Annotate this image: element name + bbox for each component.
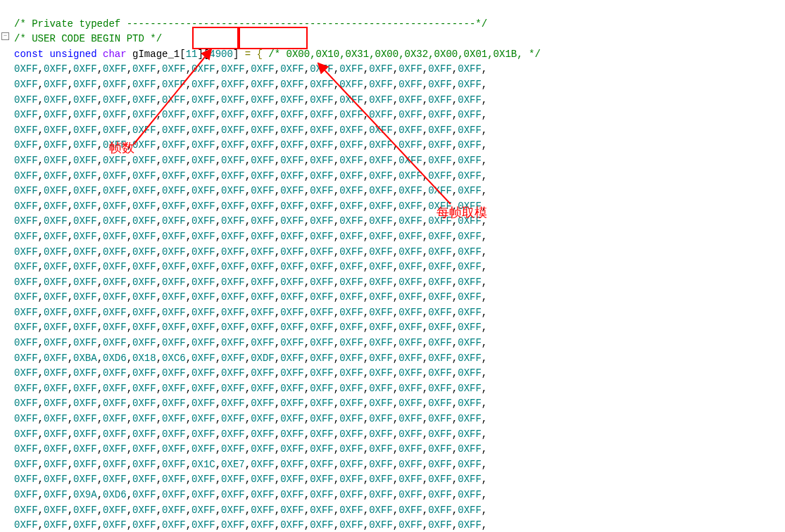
data-row: 0XFF,0XFF,0XFF,0XFF,0XFF,0XFF,0XFF,0XFF,…: [14, 109, 487, 120]
data-row: 0XFF,0XFF,0XFF,0XFF,0XFF,0XFF,0XFF,0XFF,…: [14, 505, 487, 516]
data-row: 0XFF,0XFF,0X9A,0XD6,0XFF,0XFF,0XFF,0XFF,…: [14, 489, 487, 500]
comment-line: /* Private typedef ---------------------…: [14, 18, 487, 30]
data-row: 0XFF,0XFF,0XFF,0XFF,0XFF,0XFF,0XFF,0XFF,…: [14, 63, 487, 75]
data-row: 0XFF,0XFF,0XFF,0XFF,0XFF,0XFF,0XFF,0XFF,…: [14, 367, 487, 379]
data-row: 0XFF,0XFF,0XFF,0XFF,0XFF,0XFF,0XFF,0XFF,…: [14, 307, 487, 318]
data-row: 0XFF,0XFF,0XFF,0XFF,0XFF,0XFF,0XFF,0XFF,…: [14, 201, 487, 212]
data-row: 0XFF,0XFF,0XFF,0XFF,0XFF,0XFF,0XFF,0XFF,…: [14, 246, 487, 258]
comment-line: /* USER CODE BEGIN PTD */: [14, 33, 162, 44]
data-row: 0XFF,0XFF,0XFF,0XFF,0XFF,0XFF,0XFF,0XFF,…: [14, 291, 487, 303]
data-row: 0XFF,0XFF,0XFF,0XFF,0XFF,0XFF,0XFF,0XFF,…: [14, 139, 487, 151]
data-row: 0XFF,0XFF,0XBA,0XD6,0X18,0XC6,0XFF,0XFF,…: [14, 353, 487, 364]
data-row: 0XFF,0XFF,0XFF,0XFF,0XFF,0XFF,0XFF,0XFF,…: [14, 170, 487, 182]
data-row: 0XFF,0XFF,0XFF,0XFF,0XFF,0XFF,0XFF,0XFF,…: [14, 155, 487, 166]
data-row: 0XFF,0XFF,0XFF,0XFF,0XFF,0XFF,0XFF,0XFF,…: [14, 474, 487, 485]
data-row: 0XFF,0XFF,0XFF,0XFF,0XFF,0XFF,0XFF,0XFF,…: [14, 79, 487, 90]
declaration-line: const unsigned char gImage_1[11][4900] =…: [14, 49, 541, 60]
data-row: 0XFF,0XFF,0XFF,0XFF,0XFF,0XFF,0XFF,0XFF,…: [14, 519, 487, 531]
data-row: 0XFF,0XFF,0XFF,0XFF,0XFF,0XFF,0XFF,0XFF,…: [14, 398, 487, 409]
data-row: 0XFF,0XFF,0XFF,0XFF,0XFF,0XFF,0XFF,0XFF,…: [14, 125, 487, 136]
data-row: 0XFF,0XFF,0XFF,0XFF,0XFF,0XFF,0XFF,0XFF,…: [14, 429, 487, 440]
data-row: 0XFF,0XFF,0XFF,0XFF,0XFF,0XFF,0XFF,0XFF,…: [14, 277, 487, 288]
data-row: 0XFF,0XFF,0XFF,0XFF,0XFF,0XFF,0XFF,0XFF,…: [14, 185, 487, 196]
data-row: 0XFF,0XFF,0XFF,0XFF,0XFF,0XFF,0XFF,0XFF,…: [14, 383, 487, 394]
data-row: 0XFF,0XFF,0XFF,0XFF,0XFF,0XFF,0XFF,0XFF,…: [14, 322, 487, 333]
data-row: 0XFF,0XFF,0XFF,0XFF,0XFF,0XFF,0XFF,0XFF,…: [14, 231, 487, 242]
data-row: 0XFF,0XFF,0XFF,0XFF,0XFF,0XFF,0XFF,0XFF,…: [14, 215, 487, 227]
data-row: 0XFF,0XFF,0XFF,0XFF,0XFF,0XFF,0XFF,0XFF,…: [14, 94, 487, 106]
data-row: 0XFF,0XFF,0XFF,0XFF,0XFF,0XFF,0XFF,0XFF,…: [14, 443, 487, 455]
code-editor[interactable]: /* Private typedef ---------------------…: [0, 0, 541, 532]
data-row: 0XFF,0XFF,0XFF,0XFF,0XFF,0XFF,0XFF,0XFF,…: [14, 413, 487, 424]
data-row: 0XFF,0XFF,0XFF,0XFF,0XFF,0XFF,0XFF,0XFF,…: [14, 337, 487, 348]
data-row: 0XFF,0XFF,0XFF,0XFF,0XFF,0XFF,0XFF,0XFF,…: [14, 261, 487, 272]
data-row: 0XFF,0XFF,0XFF,0XFF,0XFF,0XFF,0X1C,0XE7,…: [14, 459, 487, 470]
